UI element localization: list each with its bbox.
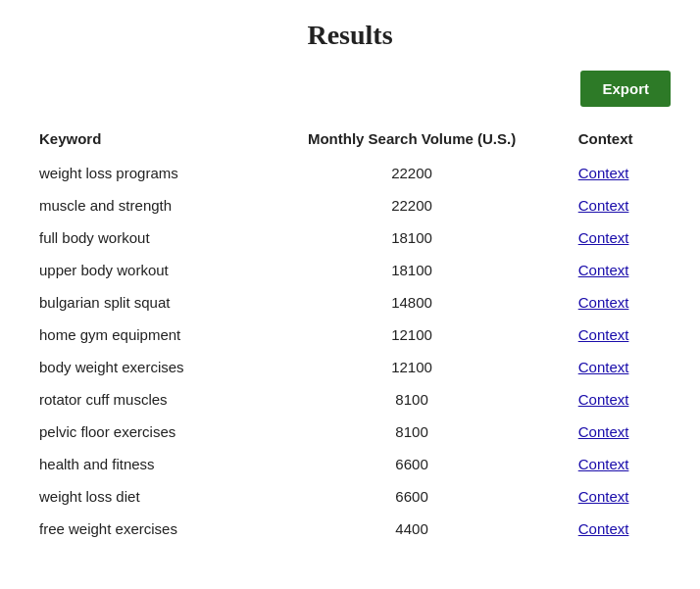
- context-link[interactable]: Context: [578, 197, 629, 214]
- table-row: weight loss diet6600Context: [29, 480, 671, 513]
- cell-context: Context: [569, 480, 671, 513]
- cell-context: Context: [569, 351, 671, 383]
- cell-volume: 22200: [255, 189, 568, 221]
- cell-context: Context: [569, 286, 671, 319]
- table-row: body weight exercises12100Context: [29, 351, 671, 383]
- cell-keyword: home gym equipment: [29, 319, 255, 351]
- cell-keyword: weight loss programs: [29, 157, 255, 189]
- context-link[interactable]: Context: [578, 488, 629, 505]
- table-header-row: Keyword Monthly Search Volume (U.S.) Con…: [29, 123, 671, 157]
- cell-context: Context: [569, 319, 671, 351]
- cell-context: Context: [569, 189, 671, 221]
- table-row: muscle and strength22200Context: [29, 189, 671, 221]
- table-row: pelvic floor exercises8100Context: [29, 416, 671, 448]
- context-link[interactable]: Context: [578, 165, 629, 181]
- table-row: full body workout18100Context: [29, 221, 671, 254]
- cell-keyword: health and fitness: [29, 448, 255, 480]
- page-title: Results: [29, 20, 671, 51]
- cell-volume: 6600: [255, 448, 568, 480]
- cell-keyword: muscle and strength: [29, 189, 255, 221]
- cell-keyword: full body workout: [29, 221, 255, 254]
- table-row: bulgarian split squat14800Context: [29, 286, 671, 319]
- cell-volume: 4400: [255, 513, 568, 545]
- context-link[interactable]: Context: [578, 520, 629, 537]
- context-link[interactable]: Context: [578, 423, 629, 440]
- cell-context: Context: [569, 254, 671, 286]
- context-link[interactable]: Context: [578, 456, 629, 472]
- table-row: upper body workout18100Context: [29, 254, 671, 286]
- cell-volume: 22200: [255, 157, 568, 189]
- cell-volume: 12100: [255, 351, 568, 383]
- cell-keyword: weight loss diet: [29, 480, 255, 513]
- context-link[interactable]: Context: [578, 391, 629, 408]
- cell-context: Context: [569, 448, 671, 480]
- cell-keyword: pelvic floor exercises: [29, 416, 255, 448]
- table-row: weight loss programs22200Context: [29, 157, 671, 189]
- cell-keyword: rotator cuff muscles: [29, 383, 255, 416]
- cell-keyword: free weight exercises: [29, 513, 255, 545]
- context-link[interactable]: Context: [578, 326, 629, 343]
- cell-keyword: body weight exercises: [29, 351, 255, 383]
- context-link[interactable]: Context: [578, 229, 629, 246]
- context-link[interactable]: Context: [578, 294, 629, 311]
- cell-context: Context: [569, 383, 671, 416]
- export-button[interactable]: Export: [580, 71, 671, 107]
- cell-context: Context: [569, 416, 671, 448]
- context-link[interactable]: Context: [578, 359, 629, 375]
- cell-volume: 8100: [255, 416, 568, 448]
- toolbar: Export: [29, 71, 671, 107]
- col-header-context: Context: [569, 123, 671, 157]
- results-table: Keyword Monthly Search Volume (U.S.) Con…: [29, 123, 671, 545]
- col-header-volume: Monthly Search Volume (U.S.): [255, 123, 568, 157]
- cell-volume: 18100: [255, 221, 568, 254]
- cell-keyword: upper body workout: [29, 254, 255, 286]
- cell-volume: 6600: [255, 480, 568, 513]
- cell-volume: 18100: [255, 254, 568, 286]
- context-link[interactable]: Context: [578, 262, 629, 278]
- cell-keyword: bulgarian split squat: [29, 286, 255, 319]
- cell-context: Context: [569, 157, 671, 189]
- cell-volume: 12100: [255, 319, 568, 351]
- table-row: rotator cuff muscles8100Context: [29, 383, 671, 416]
- table-row: health and fitness6600Context: [29, 448, 671, 480]
- cell-volume: 8100: [255, 383, 568, 416]
- cell-volume: 14800: [255, 286, 568, 319]
- table-row: home gym equipment12100Context: [29, 319, 671, 351]
- table-row: free weight exercises4400Context: [29, 513, 671, 545]
- cell-context: Context: [569, 513, 671, 545]
- cell-context: Context: [569, 221, 671, 254]
- col-header-keyword: Keyword: [29, 123, 255, 157]
